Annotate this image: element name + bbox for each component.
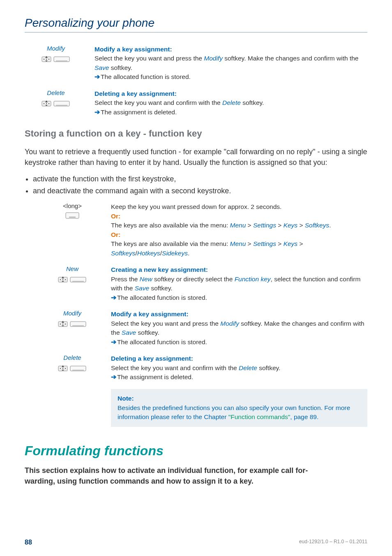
step-left: New	[41, 265, 111, 302]
svg-point-1	[44, 59, 44, 60]
svg-point-19	[60, 279, 61, 280]
step-row: Modify Modify a key assignment: Select t…	[25, 45, 367, 82]
bullet-item: and deactivate the command again with a …	[33, 185, 367, 197]
longpress-key-icon	[41, 211, 104, 220]
footer: 88 eud-1292/1.0 – R1.0 – 01.2011	[25, 539, 367, 546]
step-heading: Creating a new key assignment:	[111, 265, 367, 274]
step-body: Creating a new key assignment: Press the…	[111, 265, 367, 302]
svg-rect-16	[66, 213, 79, 218]
inline-term: Save	[135, 285, 149, 292]
step-body: Deleting a key assignment: Select the ke…	[111, 354, 367, 382]
step-left: Delete	[41, 354, 111, 382]
step-row: New Creating a new key assignment: Press…	[41, 265, 367, 302]
softkey-icon	[41, 363, 104, 373]
step-body: Keep the key you want pressed down for a…	[111, 202, 367, 258]
arrow-icon: ➔	[111, 373, 116, 380]
step-label: New	[41, 265, 104, 272]
step-heading: Deleting a key assignment:	[95, 89, 367, 98]
heading-formulating: Formulating functions	[25, 443, 367, 459]
svg-point-23	[65, 279, 66, 280]
inline-term: Modify	[204, 55, 223, 62]
step-label: Delete	[25, 89, 87, 96]
svg-point-10	[46, 103, 47, 104]
inline-term: Sidekeys	[162, 250, 188, 257]
step-heading: Modify a key assignment:	[95, 45, 367, 54]
step-left: <long>	[41, 202, 111, 258]
svg-point-13	[48, 103, 49, 104]
inline-term: Softkeys	[111, 250, 135, 257]
svg-point-20	[62, 279, 63, 280]
arrow-icon: ➔	[95, 73, 100, 80]
svg-point-28	[62, 324, 63, 324]
inline-term: Settings	[253, 240, 276, 247]
inline-term: New	[140, 276, 152, 283]
svg-point-9	[44, 103, 44, 104]
svg-point-5	[48, 59, 49, 60]
softkey-icon	[25, 98, 87, 108]
intro-paragraph: This section explains how to activate an…	[25, 465, 367, 486]
inline-term: Modify	[220, 320, 239, 327]
svg-point-39	[65, 368, 66, 369]
step-body: Modify a key assignment: Select the key …	[95, 45, 367, 82]
step-left: Modify	[25, 45, 95, 82]
inline-term: Softkeys	[305, 222, 329, 229]
note-title: Note:	[118, 395, 134, 402]
step-label: Delete	[41, 354, 104, 361]
step-heading: Deleting a key assignment:	[111, 354, 367, 363]
note-body: Besides the predefined functions you can…	[118, 404, 350, 420]
page-number: 88	[25, 539, 32, 546]
inline-term: Keys	[284, 240, 297, 247]
svg-point-31	[65, 324, 66, 324]
step-left: Modify	[41, 310, 111, 347]
step-row: <long> Keep the key you want pressed dow…	[41, 202, 367, 258]
svg-point-2	[46, 59, 47, 60]
softkey-icon	[41, 274, 104, 284]
or-label: Or:	[111, 231, 120, 238]
inline-term: Delete	[222, 99, 241, 106]
page-header-title: Personalizing your phone	[25, 16, 367, 30]
softkey-icon	[41, 318, 104, 328]
step-row: Delete Deleting a key assignment: Select…	[41, 354, 367, 382]
inline-term: Save	[95, 64, 109, 71]
or-label: Or:	[111, 213, 120, 220]
arrow-icon: ➔	[111, 338, 116, 345]
arrow-icon: ➔	[111, 294, 116, 301]
inline-term: Hotkeys	[137, 250, 160, 257]
step-left: Delete	[25, 89, 95, 117]
inline-term: Settings	[253, 222, 276, 229]
svg-point-36	[62, 368, 63, 369]
arrow-icon: ➔	[95, 109, 100, 116]
inline-term: Menu	[230, 240, 246, 247]
note-box: Note: Besides the predefined functions y…	[111, 389, 367, 426]
svg-point-35	[60, 368, 61, 369]
section-heading: Storing a function on a key - function k…	[25, 128, 367, 139]
bullet-list: activate the function with the first key…	[25, 174, 367, 197]
step-body: Deleting a key assignment: Select the ke…	[95, 89, 367, 117]
svg-point-27	[60, 324, 61, 324]
inline-term: Delete	[239, 364, 257, 371]
step-heading: Modify a key assignment:	[111, 310, 367, 319]
note-xref: "Function commands"	[228, 413, 291, 420]
step-label: Modify	[41, 310, 104, 317]
header-rule	[25, 32, 367, 32]
softkey-icon	[25, 53, 87, 63]
section-paragraph: You want to retrieve a frequently used f…	[25, 146, 367, 168]
doc-id: eud-1292/1.0 – R1.0 – 01.2011	[299, 539, 367, 546]
inline-term: Keys	[284, 222, 297, 229]
step-body: Modify a key assignment: Select the key …	[111, 310, 367, 347]
step-row: Delete Deleting a key assignment: Select…	[25, 89, 367, 117]
bullet-item: activate the function with the first key…	[33, 174, 367, 185]
step-row: Modify Modify a key assignment: Select t…	[41, 310, 367, 347]
inline-term: Save	[122, 329, 136, 336]
step-label: Modify	[25, 45, 87, 52]
step-label: <long>	[41, 202, 104, 209]
inline-term: Function key	[235, 276, 271, 283]
inline-term: Menu	[230, 222, 246, 229]
